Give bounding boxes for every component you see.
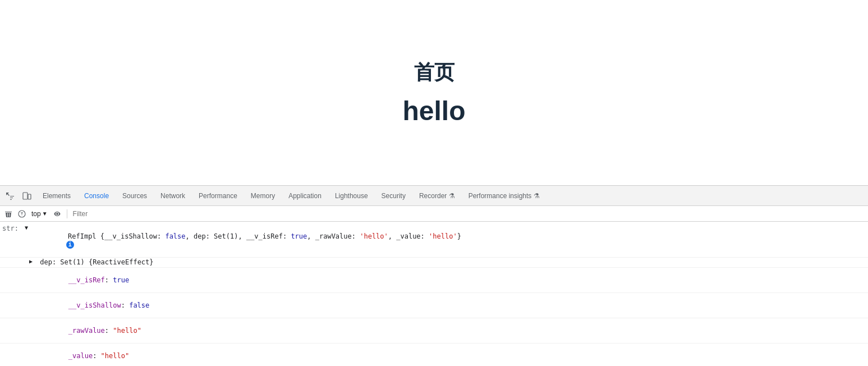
devtools-tabs-bar: Elements Console Sources Network Perform… — [0, 186, 868, 206]
info-badge[interactable]: i — [66, 241, 74, 249]
tab-console[interactable]: Console — [77, 186, 116, 207]
filter-input[interactable] — [71, 209, 866, 219]
tab-application[interactable]: Application — [282, 186, 328, 207]
context-selector[interactable]: top ▼ — [29, 209, 50, 219]
tab-elements[interactable]: Elements — [36, 186, 77, 207]
context-dropdown-arrow: ▼ — [42, 211, 48, 217]
context-value: top — [31, 210, 41, 218]
svg-rect-1 — [10, 198, 13, 198]
page-subtitle: hello — [402, 95, 465, 126]
tab-sources[interactable]: Sources — [116, 186, 154, 207]
log-prefix: str: — [2, 225, 25, 232]
filter-icon[interactable] — [16, 208, 28, 220]
value-line: _value: "hello" — [36, 344, 866, 367]
svg-rect-0 — [10, 196, 14, 196]
inspect-element-icon[interactable] — [2, 188, 18, 204]
tab-network[interactable]: Network — [154, 186, 192, 207]
devtools-panel: Elements Console Sources Network Perform… — [0, 185, 868, 366]
isshallow-line: __v_isShallow: false — [36, 294, 866, 317]
eye-icon[interactable] — [51, 208, 63, 220]
console-dep-row: ▶ dep: Set(1) {ReactiveEffect} — [0, 258, 868, 268]
svg-rect-3 — [23, 193, 27, 199]
tab-security[interactable]: Security — [375, 186, 412, 207]
console-content: str: ▼ RefImpl {__v_isShallow: false, de… — [0, 222, 868, 366]
toolbar-separator — [67, 209, 67, 218]
console-toolbar: top ▼ — [0, 206, 868, 222]
console-isshallow-row: __v_isShallow: false — [0, 293, 868, 318]
console-value-row: _value: "hello" — [0, 344, 868, 367]
console-isref-row: __v_isRef: true — [0, 268, 868, 293]
expand-arrow[interactable]: ▼ — [25, 225, 31, 231]
log-line1: RefImpl {__v_isShallow: false, dep: Set(… — [31, 225, 866, 257]
isref-line: __v_isRef: true — [36, 268, 866, 292]
tab-recorder[interactable]: Recorder ⚗ — [412, 186, 462, 207]
dep-line: dep: Set(1) {ReactiveEffect} — [36, 258, 866, 266]
svg-rect-2 — [10, 199, 12, 200]
svg-rect-4 — [28, 194, 31, 199]
page-title: 首页 — [414, 59, 454, 86]
clear-console-button[interactable] — [2, 208, 15, 220]
dep-expand-arrow[interactable]: ▶ — [29, 258, 36, 264]
console-rawvalue-row: _rawValue: "hello" — [0, 318, 868, 344]
tab-performance-insights[interactable]: Performance insights ⚗ — [462, 186, 546, 207]
tab-lighthouse[interactable]: Lighthouse — [328, 186, 375, 207]
main-page: 首页 hello — [0, 0, 868, 185]
device-toolbar-icon[interactable] — [19, 188, 35, 204]
console-log-row: str: ▼ RefImpl {__v_isShallow: false, de… — [0, 224, 868, 258]
tab-performance[interactable]: Performance — [192, 186, 244, 207]
rawvalue-line: _rawValue: "hello" — [36, 319, 866, 342]
tab-memory[interactable]: Memory — [244, 186, 282, 207]
